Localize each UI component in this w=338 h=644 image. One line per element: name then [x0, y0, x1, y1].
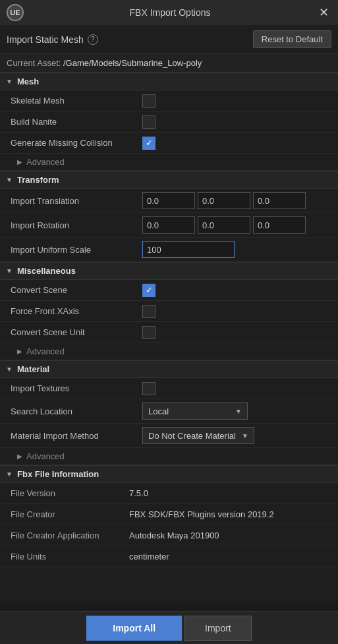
file-creator-value: FBX SDK/FBX Plugins version 2019.2 [129, 509, 331, 519]
convert-scene-unit-value [142, 326, 331, 339]
search-location-row: Search Location Local ▼ [0, 399, 338, 424]
misc-collapse-arrow: ▼ [5, 267, 13, 275]
build-nanite-checkbox[interactable] [142, 115, 155, 129]
import-translation-value [142, 192, 331, 209]
bottom-bar: Import All Import [0, 611, 338, 644]
transform-collapse-arrow: ▼ [5, 176, 13, 184]
skeletal-mesh-checkbox[interactable] [142, 94, 155, 108]
file-creator-app-value: Autodesk Maya 201900 [129, 531, 331, 540]
misc-advanced-label: Advanced [26, 346, 65, 356]
material-import-method-row: Material Import Method Do Not Create Mat… [0, 424, 338, 448]
search-location-label: Search Location [11, 406, 142, 416]
skeletal-mesh-value [142, 94, 331, 108]
skeletal-mesh-row: Skeletal Mesh [0, 90, 338, 112]
convert-scene-value: ✓ [142, 284, 331, 297]
material-advanced-arrow: ▶ [17, 453, 22, 460]
translation-y-input[interactable] [198, 192, 250, 209]
mesh-advanced-arrow: ▶ [17, 158, 22, 166]
import-textures-checkbox[interactable] [142, 382, 155, 395]
generate-collision-value: ✓ [142, 137, 331, 150]
file-version-row: File Version 7.5.0 [0, 483, 338, 504]
misc-advanced-row[interactable]: ▶ Advanced [0, 343, 338, 360]
force-front-xaxis-checkbox[interactable] [142, 305, 155, 318]
mesh-advanced-label: Advanced [26, 157, 65, 167]
dialog-title: FBX Import Options [24, 7, 316, 18]
reset-to-default-button[interactable]: Reset to Default [253, 30, 331, 48]
build-nanite-label: Build Nanite [11, 117, 142, 127]
convert-scene-checkbox[interactable]: ✓ [142, 284, 155, 297]
search-location-dropdown-arrow: ▼ [235, 408, 242, 415]
import-translation-label: Import Translation [11, 196, 142, 206]
search-location-dropdown[interactable]: Local ▼ [142, 402, 248, 420]
mesh-section-header[interactable]: ▼ Mesh [0, 73, 338, 90]
rotation-z-input[interactable] [253, 216, 306, 234]
import-textures-label: Import Textures [11, 383, 142, 393]
file-version-label: File Version [11, 488, 129, 498]
misc-section-label: Miscellaneous [17, 266, 76, 276]
rotation-x-input[interactable] [142, 216, 195, 234]
mesh-section-label: Mesh [17, 77, 39, 86]
import-textures-row: Import Textures [0, 378, 338, 399]
file-creator-app-label: File Creator Application [11, 531, 129, 540]
close-button[interactable]: ✕ [316, 5, 331, 20]
material-collapse-arrow: ▼ [5, 366, 13, 373]
search-location-value: Local ▼ [142, 402, 331, 420]
import-rotation-label: Import Rotation [11, 220, 142, 230]
import-scale-value [142, 241, 331, 258]
scale-input[interactable] [142, 241, 235, 258]
import-rotation-value [142, 216, 331, 234]
material-import-method-label: Material Import Method [11, 431, 142, 441]
ue-logo-icon: UE [7, 4, 24, 21]
material-import-method-value: Do Not Create Material ▼ [142, 427, 331, 444]
file-creator-row: File Creator FBX SDK/FBX Plugins version… [0, 504, 338, 525]
build-nanite-row: Build Nanite [0, 112, 338, 133]
current-asset-bar: Current Asset: /Game/Models/Submarine_Lo… [0, 54, 338, 73]
import-translation-row: Import Translation [0, 189, 338, 213]
file-version-value: 7.5.0 [129, 488, 331, 498]
import-all-button[interactable]: Import All [86, 616, 182, 641]
import-scale-row: Import Uniform Scale [0, 238, 338, 262]
fbx-info-section-header[interactable]: ▼ Fbx File Information [0, 465, 338, 483]
transform-section-label: Transform [17, 175, 59, 185]
translation-z-input[interactable] [253, 192, 306, 209]
file-units-row: File Units centimeter [0, 546, 338, 567]
misc-advanced-arrow: ▶ [17, 348, 22, 355]
help-icon[interactable]: ? [88, 34, 98, 45]
material-section-header[interactable]: ▼ Material [0, 360, 338, 378]
import-rotation-row: Import Rotation [0, 213, 338, 238]
convert-scene-unit-label: Convert Scene Unit [11, 327, 142, 337]
generate-collision-row: Generate Missing Collision ✓ [0, 133, 338, 154]
file-units-label: File Units [11, 552, 129, 562]
material-import-method-dropdown[interactable]: Do Not Create Material ▼ [142, 427, 254, 444]
transform-section-header[interactable]: ▼ Transform [0, 171, 338, 189]
force-front-xaxis-row: Force Front XAxis [0, 301, 338, 322]
convert-scene-unit-row: Convert Scene Unit [0, 322, 338, 343]
title-bar: UE FBX Import Options ✕ [0, 0, 338, 25]
file-units-value: centimeter [129, 552, 331, 562]
material-advanced-label: Advanced [26, 451, 65, 461]
mesh-advanced-row[interactable]: ▶ Advanced [0, 154, 338, 171]
misc-section-header[interactable]: ▼ Miscellaneous [0, 262, 338, 280]
generate-collision-label: Generate Missing Collision [11, 138, 142, 148]
material-import-method-dropdown-arrow: ▼ [242, 432, 248, 439]
generate-collision-checkbox[interactable]: ✓ [142, 137, 155, 150]
convert-scene-label: Convert Scene [11, 285, 142, 295]
fbx-info-section-label: Fbx File Information [17, 469, 99, 479]
force-front-xaxis-label: Force Front XAxis [11, 306, 142, 316]
content-area: ▼ Mesh Skeletal Mesh Build Nanite Genera… [0, 73, 338, 603]
import-button[interactable]: Import [184, 616, 252, 641]
mesh-collapse-arrow: ▼ [5, 78, 13, 86]
file-creator-app-row: File Creator Application Autodesk Maya 2… [0, 525, 338, 546]
import-scale-label: Import Uniform Scale [11, 245, 142, 255]
material-advanced-row[interactable]: ▶ Advanced [0, 448, 338, 465]
file-creator-label: File Creator [11, 509, 129, 519]
translation-x-input[interactable] [142, 192, 195, 209]
convert-scene-unit-checkbox[interactable] [142, 326, 155, 339]
build-nanite-value [142, 115, 331, 129]
header-section: Import Static Mesh ? Reset to Default [0, 25, 338, 54]
import-type-label: Import Static Mesh ? [7, 34, 98, 45]
force-front-xaxis-value [142, 305, 331, 318]
skeletal-mesh-label: Skeletal Mesh [11, 96, 142, 106]
material-section-label: Material [17, 364, 49, 374]
rotation-y-input[interactable] [198, 216, 250, 234]
